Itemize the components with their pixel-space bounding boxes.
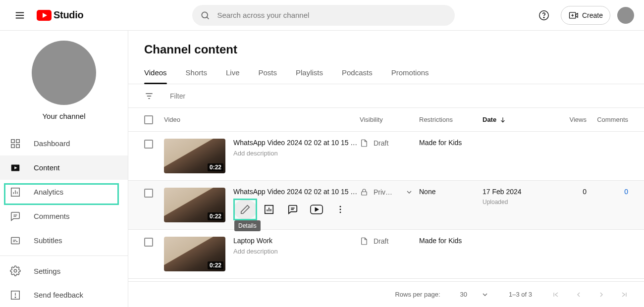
draft-icon <box>360 237 369 246</box>
views-cell: 0 <box>557 188 587 222</box>
comments-cell <box>587 237 628 271</box>
column-visibility[interactable]: Visibility <box>360 116 419 123</box>
pencil-icon <box>240 204 251 215</box>
video-title[interactable]: WhatsApp Video 2024 02 02 at 10 15 … <box>233 139 360 147</box>
filter-input[interactable] <box>170 92 257 100</box>
row-checkbox[interactable] <box>144 140 153 149</box>
watch-on-youtube-button[interactable] <box>305 200 328 219</box>
tab-posts[interactable]: Posts <box>258 63 277 84</box>
svg-point-5 <box>202 12 208 18</box>
channel-block: Your channel <box>0 41 128 131</box>
restrictions-cell: None <box>419 188 483 222</box>
row-comments-button[interactable] <box>281 200 305 219</box>
video-title[interactable]: Laptop Work <box>233 237 360 245</box>
sidebar-item-settings[interactable]: Settings <box>0 259 128 283</box>
video-description-placeholder[interactable]: Add description <box>233 150 360 157</box>
select-all-checkbox[interactable] <box>144 115 153 124</box>
date-value: 17 Feb 2024 <box>483 188 522 196</box>
more-vertical-icon <box>335 205 345 214</box>
sidebar: Your channel Dashboard Content Analytics… <box>0 31 128 307</box>
channel-avatar[interactable] <box>32 41 96 105</box>
tab-videos[interactable]: Videos <box>144 63 167 84</box>
column-date-label: Date <box>483 116 496 123</box>
first-page-button[interactable] <box>552 291 560 299</box>
video-thumbnail[interactable]: 0:22 <box>164 188 225 222</box>
video-thumbnail[interactable]: 0:22 <box>164 237 225 271</box>
visibility-cell[interactable]: Priv… <box>360 188 419 197</box>
filter-icon[interactable] <box>144 91 154 101</box>
app-header: Studio Create <box>0 0 644 31</box>
tab-live[interactable]: Live <box>226 63 240 84</box>
comments-cell <box>587 139 628 173</box>
sidebar-item-label: Subtitles <box>34 236 62 245</box>
tab-promotions[interactable]: Promotions <box>391 63 429 84</box>
svg-point-8 <box>543 17 544 17</box>
table-row[interactable]: 0:22 WhatsApp Video 2024 02 02 at 10 15 … <box>128 181 644 230</box>
sidebar-item-dashboard[interactable]: Dashboard <box>0 131 128 155</box>
analytics-icon <box>264 204 274 215</box>
sidebar-item-analytics[interactable]: Analytics <box>0 180 128 204</box>
row-checkbox[interactable] <box>144 238 153 247</box>
video-rows: 0:22 WhatsApp Video 2024 02 02 at 10 15 … <box>128 132 644 281</box>
svg-point-32 <box>15 297 15 298</box>
rows-per-page-select[interactable]: 30 <box>460 291 489 299</box>
video-thumbnail[interactable]: 0:22 <box>164 139 225 173</box>
pagination-range: 1–3 of 3 <box>509 291 532 298</box>
visibility-label: Draft <box>374 237 388 245</box>
sidebar-item-label: Comments <box>34 212 70 220</box>
prev-page-button[interactable] <box>575 291 583 299</box>
svg-rect-25 <box>11 237 20 244</box>
edit-details-button[interactable] <box>233 200 257 219</box>
create-label: Create <box>582 11 603 19</box>
comments-cell[interactable]: 0 <box>587 188 628 222</box>
search-input[interactable] <box>217 11 447 19</box>
tab-podcasts[interactable]: Podcasts <box>342 63 373 84</box>
visibility-label: Priv… <box>374 188 392 196</box>
analytics-icon <box>10 187 21 198</box>
search-box[interactable] <box>192 5 455 26</box>
sidebar-item-label: Content <box>34 163 60 172</box>
sidebar-item-subtitles[interactable]: Subtitles <box>0 228 128 253</box>
user-avatar[interactable] <box>617 7 634 24</box>
table-footer: Rows per page: 30 1–3 of 3 <box>128 281 644 307</box>
table-row[interactable]: 0:22 WhatsApp Video 2024 02 02 at 10 15 … <box>128 132 644 181</box>
svg-point-46 <box>340 209 341 210</box>
tab-playlists[interactable]: Playlists <box>296 63 323 84</box>
restrictions-cell: Made for Kids <box>419 139 483 173</box>
lock-icon <box>360 188 369 197</box>
video-title[interactable]: WhatsApp Video 2024 02 02 at 10 15 … <box>233 188 360 196</box>
sidebar-item-comments[interactable]: Comments <box>0 204 128 228</box>
row-hover-actions: Details <box>233 200 360 219</box>
analytics-button[interactable] <box>257 200 281 219</box>
rows-per-page-value: 30 <box>460 291 467 298</box>
next-page-button[interactable] <box>597 291 605 299</box>
hamburger-menu-button[interactable] <box>10 5 30 25</box>
column-restrictions[interactable]: Restrictions <box>419 116 483 123</box>
comments-icon <box>10 211 21 222</box>
sidebar-item-content[interactable]: Content <box>0 155 128 180</box>
column-comments[interactable]: Comments <box>587 116 628 123</box>
video-description-placeholder[interactable]: Add description <box>233 248 360 255</box>
column-video[interactable]: Video <box>164 116 360 123</box>
tab-shorts[interactable]: Shorts <box>186 63 207 84</box>
sidebar-item-feedback[interactable]: Send feedback <box>0 283 128 307</box>
last-page-button[interactable] <box>620 291 628 299</box>
first-page-icon <box>552 291 560 299</box>
chevron-right-icon <box>597 291 605 299</box>
help-button[interactable] <box>534 5 554 25</box>
sidebar-item-label: Analytics <box>34 188 63 196</box>
more-options-button[interactable] <box>328 200 352 219</box>
row-checkbox[interactable] <box>144 189 153 198</box>
feedback-icon <box>10 290 21 301</box>
dashboard-icon <box>10 138 21 149</box>
column-date[interactable]: Date <box>483 116 557 123</box>
comments-link[interactable]: 0 <box>624 188 628 196</box>
svg-point-47 <box>340 211 341 213</box>
column-views[interactable]: Views <box>557 116 587 123</box>
chevron-down-icon[interactable] <box>405 188 413 196</box>
svg-rect-14 <box>16 139 19 142</box>
table-row[interactable]: 0:22 Laptop Work Add description Draft M… <box>128 230 644 279</box>
studio-logo[interactable]: Studio <box>37 9 83 21</box>
video-duration: 0:22 <box>208 212 223 220</box>
create-button[interactable]: Create <box>561 6 610 25</box>
